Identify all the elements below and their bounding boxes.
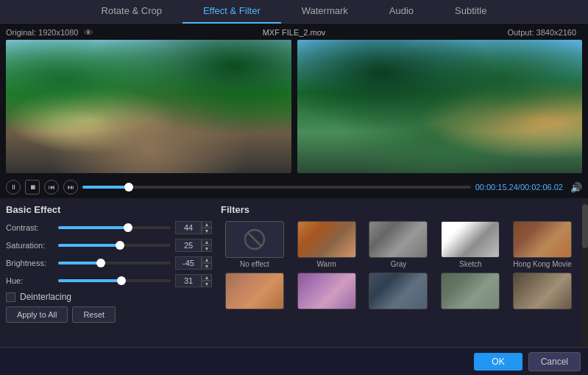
progress-bar[interactable]	[82, 186, 471, 189]
brightness-label: Brightness:	[6, 259, 54, 267]
original-info: Original: 1920x1080 👁	[6, 27, 93, 38]
left-thumbnail	[6, 40, 291, 173]
brightness-input[interactable]	[175, 256, 202, 270]
hue-label: Hue:	[6, 276, 54, 285]
saturation-down[interactable]: ▼	[202, 245, 212, 252]
filter-row2-4[interactable]	[436, 273, 504, 312]
filter-panel: Filters No effect Warm	[221, 204, 576, 341]
brightness-fill	[58, 262, 101, 264]
preview-left	[6, 40, 291, 173]
brightness-slider[interactable]	[58, 262, 171, 264]
progress-fill	[82, 186, 129, 189]
deinterlacing-row: Deinterlacing	[6, 292, 212, 302]
brightness-up[interactable]: ▲	[202, 256, 212, 263]
scrollbar[interactable]	[582, 198, 588, 347]
tab-effect-filter[interactable]: Effect & Filter	[183, 0, 281, 24]
saturation-label: Saturation:	[6, 241, 54, 250]
filter-no-effect[interactable]: No effect	[221, 221, 288, 268]
filter-gray[interactable]: Gray	[365, 221, 433, 268]
deinterlacing-checkbox[interactable]	[6, 292, 15, 302]
tab-subtitle[interactable]: Subtitle	[434, 0, 507, 24]
ok-button[interactable]: OK	[474, 353, 522, 371]
brightness-spinner: ▲ ▼	[202, 256, 212, 270]
saturation-spinner: ▲ ▼	[202, 239, 212, 252]
volume-icon[interactable]: 🔊	[570, 182, 582, 193]
time-display: 00:00:15.24/00:02:06.02	[475, 183, 563, 192]
hue-thumb[interactable]	[117, 276, 126, 285]
brightness-row: Brightness: ▲ ▼	[6, 256, 212, 270]
contrast-label: Contrast:	[6, 223, 54, 232]
filter-row2-5-thumb	[513, 273, 572, 309]
filter-row2-2-thumb	[297, 273, 356, 309]
filter-row2-3-thumb	[369, 273, 428, 309]
progress-thumb	[124, 183, 133, 192]
filter-warm-thumb	[297, 221, 356, 258]
brightness-thumb[interactable]	[96, 259, 105, 267]
filter-row2-3[interactable]	[365, 273, 433, 312]
filters-title: Filters	[221, 204, 576, 215]
filter-row2-5[interactable]	[509, 273, 576, 312]
reset-button[interactable]: Reset	[72, 306, 116, 323]
action-buttons: Apply to All Reset	[6, 306, 212, 323]
filter-row2-1[interactable]	[221, 273, 288, 312]
hue-spinner: ▲ ▼	[202, 274, 212, 287]
filter-row2-4-thumb	[441, 273, 500, 309]
tab-watermark[interactable]: Watermark	[281, 0, 369, 24]
next-frame-button[interactable]: ⏭	[63, 180, 78, 194]
filter-sketch-thumb	[441, 221, 500, 258]
contrast-slider[interactable]	[58, 226, 171, 229]
contrast-up[interactable]: ▲	[202, 221, 212, 228]
hue-fill	[58, 279, 121, 282]
brightness-down[interactable]: ▼	[202, 263, 212, 270]
filter-row2-2[interactable]	[293, 273, 361, 312]
file-name-label: MXF FILE_2.mov	[263, 28, 326, 37]
filter-hk-thumb	[513, 221, 572, 258]
hue-input[interactable]	[175, 274, 202, 287]
stop-button[interactable]: ⏹	[25, 180, 40, 194]
filter-grid: No effect Warm Gray Sketch	[221, 221, 576, 312]
contrast-input[interactable]	[175, 221, 202, 234]
saturation-fill	[58, 244, 120, 247]
hue-down[interactable]: ▼	[202, 281, 212, 287]
preview-right	[297, 40, 583, 173]
filter-warm[interactable]: Warm	[293, 221, 361, 268]
filter-gray-thumb	[369, 221, 428, 258]
filter-sketch[interactable]: Sketch	[436, 221, 504, 268]
hue-row: Hue: ▲ ▼	[6, 274, 212, 287]
filter-hong-kong[interactable]: Hong Kong Movie	[509, 221, 576, 268]
play-pause-button[interactable]: ⏸	[6, 180, 21, 194]
bottom-bar: OK Cancel	[0, 347, 588, 375]
filter-hk-label: Hong Kong Movie	[513, 260, 572, 268]
saturation-slider[interactable]	[58, 244, 171, 247]
saturation-input[interactable]	[175, 239, 202, 252]
deinterlacing-label: Deinterlacing	[20, 292, 71, 302]
contrast-down[interactable]: ▼	[202, 228, 212, 234]
visibility-icon[interactable]: 👁	[84, 27, 93, 38]
saturation-thumb[interactable]	[116, 241, 124, 250]
effect-panel: Basic Effect Contrast: ▲ ▼	[6, 204, 212, 341]
cancel-button[interactable]: Cancel	[528, 352, 581, 371]
filter-gray-label: Gray	[391, 260, 407, 268]
hue-slider[interactable]	[58, 279, 171, 282]
apply-all-button[interactable]: Apply to All	[6, 306, 68, 323]
hue-up[interactable]: ▲	[202, 274, 212, 281]
tab-audio[interactable]: Audio	[369, 0, 434, 24]
no-effect-icon	[243, 228, 266, 251]
contrast-thumb[interactable]	[124, 223, 132, 232]
bottom-panel: Basic Effect Contrast: ▲ ▼	[0, 198, 582, 347]
filter-row2-1-thumb	[225, 273, 284, 309]
prev-frame-button[interactable]: ⏮	[44, 180, 59, 194]
video-info-bar: Original: 1920x1080 👁 MXF FILE_2.mov Out…	[0, 24, 588, 40]
output-resolution: Output: 3840x2160	[507, 28, 582, 37]
saturation-up[interactable]: ▲	[202, 239, 212, 245]
tab-bar: Rotate & Crop Effect & Filter Watermark …	[0, 0, 588, 24]
filter-no-effect-label: No effect	[240, 260, 269, 268]
contrast-value-row: ▲ ▼	[175, 221, 212, 234]
saturation-row: Saturation: ▲ ▼	[6, 239, 212, 252]
contrast-spinner: ▲ ▼	[202, 221, 212, 234]
scrollbar-thumb[interactable]	[582, 204, 588, 248]
current-time: 00:00:15.24	[475, 183, 518, 192]
filter-warm-label: Warm	[317, 260, 336, 268]
basic-effect-title: Basic Effect	[6, 204, 212, 215]
tab-rotate-crop[interactable]: Rotate & Crop	[81, 0, 183, 24]
